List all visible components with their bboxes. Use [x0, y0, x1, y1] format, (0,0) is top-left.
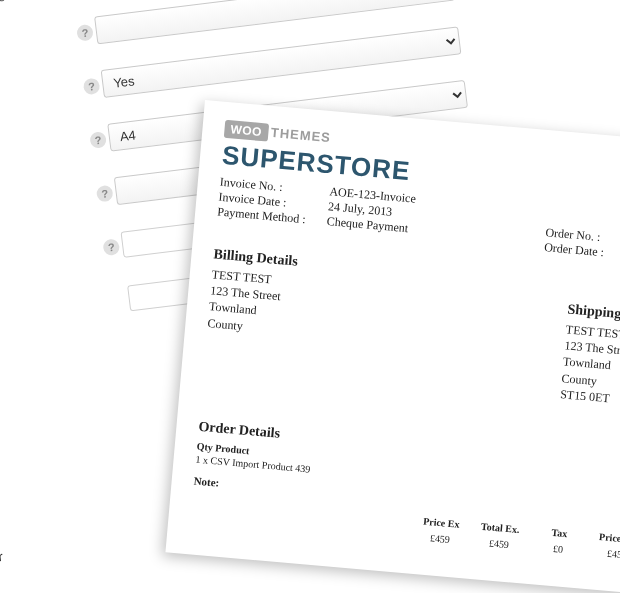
billing-address: TEST TEST 123 The Street Townland County [207, 266, 297, 338]
attach-label: PDF to New Order email [0, 79, 81, 123]
registered-name-label: Registered Name [0, 413, 122, 457]
note-label: Note: [193, 474, 220, 488]
woo-badge: WOO [224, 120, 269, 142]
invoice-meta-right: Order No. :1018 Order Date :24 July, [544, 203, 620, 266]
billing-heading: Billing Details [213, 246, 298, 269]
totals-block: Price Ex Total Ex. Tax Price Inc £459 £4… [411, 512, 620, 564]
registered-office-label: Registered Office [0, 466, 129, 510]
invoice-preview: WOOTHEMES SUPERSTORE Invoice No. :AOE-12… [165, 100, 620, 593]
shipping-address: TEST TEST 123 The Street Townland County… [560, 321, 620, 410]
company-name-label: Company Name [0, 294, 108, 338]
help-icon[interactable]: ? [102, 238, 120, 256]
help-icon[interactable]: ? [83, 77, 101, 95]
company-number-label: Company Number [0, 532, 137, 576]
help-icon[interactable]: ? [89, 131, 107, 149]
orientation-label: Orientation [0, 187, 95, 231]
size-label: Size [0, 133, 88, 177]
company-info-label: Company Information [0, 347, 114, 391]
logo-label: PDF Logo [0, 240, 101, 284]
themes-text: THEMES [270, 125, 331, 145]
tax-number-label: Tax Number [0, 586, 144, 593]
help-icon[interactable]: ? [96, 184, 114, 202]
help-icon[interactable]: ? [76, 23, 94, 41]
